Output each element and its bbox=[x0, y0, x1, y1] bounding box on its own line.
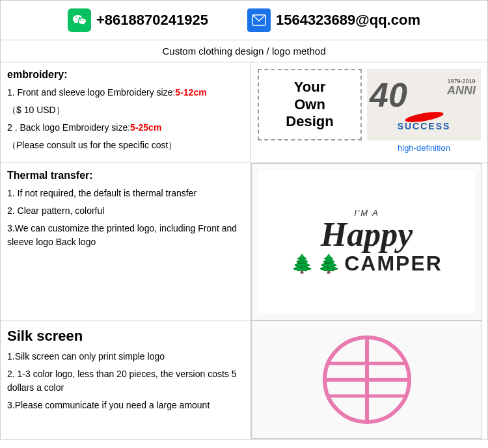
embroidery-price: （$ 10 USD） bbox=[7, 103, 244, 117]
camper-text: CAMPER bbox=[344, 252, 442, 276]
hd-label: high-definition bbox=[398, 143, 450, 153]
success-block: SUCCESS bbox=[367, 113, 481, 131]
thermal-right: I'M A Happy 🌲 🌲 CAMPER bbox=[251, 163, 482, 321]
thermal-line2: 2. Clear pattern, colorful bbox=[7, 204, 244, 218]
silk-title: Silk screen bbox=[7, 328, 244, 345]
embroidery-title: embroidery: bbox=[7, 69, 244, 81]
wechat-icon bbox=[68, 8, 91, 32]
main-table: embroidery: 1. Front and sleeve logo Emb… bbox=[0, 62, 488, 440]
your-own-design-box: YourOwnDesign bbox=[258, 69, 362, 140]
phone-number: +8618870241925 bbox=[96, 12, 208, 29]
silk-right bbox=[251, 321, 482, 439]
thermal-title: Thermal transfer: bbox=[7, 170, 244, 181]
happy-text: Happy bbox=[321, 218, 413, 252]
silk-row: Silk screen 1.Silk screen can only print… bbox=[1, 321, 488, 440]
hd-col: 40 1979-2019 ANNI SUCCESS high-definitio… bbox=[367, 69, 481, 153]
email-contact: 1564323689@qq.com bbox=[247, 8, 420, 32]
email-icon bbox=[247, 8, 271, 32]
camper-row: 🌲 🌲 CAMPER bbox=[291, 252, 442, 276]
forty-art: 40 1979-2019 ANNI SUCCESS bbox=[367, 69, 481, 140]
embroidery-note: （Please consult us for the specific cost… bbox=[7, 138, 244, 152]
embroidery-left: embroidery: 1. Front and sleeve logo Emb… bbox=[1, 62, 251, 163]
silk-line3: 3.Please communicate if you need a large… bbox=[7, 399, 244, 412]
phone-contact: +8618870241925 bbox=[68, 8, 208, 32]
header: +8618870241925 1564323689@qq.com bbox=[0, 0, 488, 40]
happy-camper-art: I'M A Happy 🌲 🌲 CAMPER bbox=[258, 170, 475, 313]
thermal-line3: 3.We can customize the printed logo, inc… bbox=[7, 222, 244, 249]
embroidery-line1: 1. Front and sleeve logo Embroidery size… bbox=[7, 86, 244, 99]
volleyball-svg bbox=[315, 328, 419, 432]
tree-icon-2: 🌲 bbox=[318, 253, 340, 274]
section-title: Custom clothing design / logo method bbox=[0, 40, 488, 62]
embroidery-line2: 2 . Back logo Embroidery size:5-25cm bbox=[7, 121, 244, 135]
anni-block: 1979-2019 ANNI bbox=[447, 78, 476, 96]
thermal-left: Thermal transfer: 1. If not required, th… bbox=[1, 163, 251, 321]
thermal-row: Thermal transfer: 1. If not required, th… bbox=[1, 163, 488, 321]
email-address: 1564323689@qq.com bbox=[276, 12, 420, 29]
silk-line1: 1.Silk screen can only print simple logo bbox=[7, 350, 244, 363]
forty-number: 40 bbox=[370, 75, 407, 114]
tree-icon-1: 🌲 bbox=[291, 253, 314, 274]
embroidery-right: YourOwnDesign 40 1979-2019 ANNI SUCCESS bbox=[251, 62, 488, 163]
design-col: YourOwnDesign bbox=[258, 69, 362, 153]
your-own-design-text: YourOwnDesign bbox=[286, 79, 333, 130]
embroidery-images: YourOwnDesign 40 1979-2019 ANNI SUCCESS bbox=[258, 69, 481, 153]
thermal-line1: 1. If not required, the default is therm… bbox=[7, 187, 244, 200]
silk-left: Silk screen 1.Silk screen can only print… bbox=[1, 321, 251, 440]
silk-line2: 2. 1-3 color logo, less than 20 pieces, … bbox=[7, 367, 244, 395]
embroidery-row: embroidery: 1. Front and sleeve logo Emb… bbox=[1, 62, 488, 163]
